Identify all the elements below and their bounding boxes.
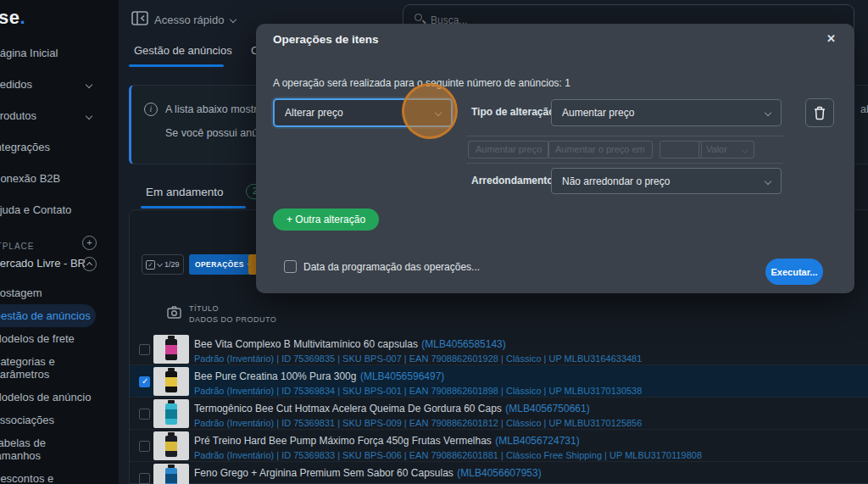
sidebar-item-modelos-frete[interactable]: Modelos de frete xyxy=(0,327,92,350)
chevron-down-icon xyxy=(765,109,771,116)
account-label: Mercado Livre - BR xyxy=(0,257,119,270)
schedule-checkbox-label: Data da programação das operações... xyxy=(303,261,480,273)
selection-count: 1/29 xyxy=(164,260,180,269)
logo-dot: . xyxy=(19,7,25,28)
rounding-label: Arredondamento: xyxy=(471,175,557,186)
sidebar-item-label: Modelos de anúncio xyxy=(0,391,91,403)
product-rows: Bee Vita Complexo B Multivitamínico 60 c… xyxy=(130,333,868,484)
app-logo[interactable]: se. xyxy=(0,7,25,29)
bottle-image xyxy=(165,468,177,484)
product-mlb-link[interactable]: (MLB4056724731) xyxy=(495,435,579,447)
sidebar-item-associacoes[interactable]: Associações xyxy=(0,409,92,431)
sidebar-item-tabelas-tamanhos[interactable]: Tabelas de tamanhos xyxy=(0,431,92,467)
sidebar-account-mercado-livre[interactable]: Mercado Livre - BR xyxy=(0,257,119,275)
sidebar-item-conexao-b2b[interactable]: Conexão B2B xyxy=(0,163,119,194)
chevron-up-icon xyxy=(86,262,92,268)
sidebar-item-label: Conexão B2B xyxy=(0,172,60,185)
sidebar-item-label: Associações xyxy=(0,414,54,426)
execute-button[interactable]: Executar... xyxy=(765,259,823,285)
sidebar-item-modelos-anuncio[interactable]: Modelos de anúncio xyxy=(0,386,92,409)
camera-icon xyxy=(167,306,181,322)
close-icon[interactable]: ✕ xyxy=(826,32,836,45)
sidebar-item-integracoes[interactable]: Integrações xyxy=(0,131,119,163)
bottle-image xyxy=(165,436,177,457)
row-checkbox[interactable] xyxy=(139,441,150,452)
sidebar-item-produtos[interactable]: Produtos xyxy=(0,100,119,131)
chevron-down-icon xyxy=(230,16,236,23)
sidebar-item-label: Produtos xyxy=(0,109,36,122)
chevron-down-icon xyxy=(435,109,442,116)
table-row[interactable]: Pré Treino Hard Bee Pump Máximo Força 45… xyxy=(130,430,868,462)
product-title: Termogênico Bee Cut Hotmax Acelera Queim… xyxy=(194,403,502,414)
sidebar-item-label: Postagem xyxy=(0,287,42,299)
collapse-panel-icon[interactable] xyxy=(131,11,148,29)
sidebar-item-categorias-parametros[interactable]: Categorias e Parâmetros xyxy=(0,350,92,386)
sidebar-item-label: Modelos de frete xyxy=(0,332,75,345)
add-marketplace-icon[interactable]: + xyxy=(82,236,97,250)
section-label: MARKETPLACE xyxy=(0,242,34,251)
tab-label: Em andamento xyxy=(146,186,224,198)
type-select[interactable]: Aumentar preço xyxy=(551,99,782,126)
marketplace-section: MARKETPLACE + xyxy=(0,237,119,253)
collapse-account-icon[interactable] xyxy=(82,257,97,271)
rounding-select[interactable]: Não arredondar o preço xyxy=(551,168,782,194)
row-text: Bee Pure Creatina 100% Pura 300g (MLB405… xyxy=(194,368,868,396)
table-row[interactable]: Bee Pure Creatina 100% Pura 300g (MLB405… xyxy=(130,365,868,398)
product-thumbnail xyxy=(153,335,189,364)
logo-text: se xyxy=(0,7,19,28)
app-window: se. Página Inicial Pedidos Produtos Inte… xyxy=(0,0,868,484)
table-row[interactable]: Bee Vita Complexo B Multivitamínico 60 c… xyxy=(130,333,868,365)
select-all-checkbox[interactable]: ✓ xyxy=(146,260,155,270)
chevron-down-icon xyxy=(765,178,771,185)
add-change-button[interactable]: + Outra alteração xyxy=(273,209,379,231)
tab-em-andamento[interactable]: Em andamento 29 xyxy=(146,186,224,198)
row-text: Feno Grego + Arginina Premium Sem Sabor … xyxy=(194,465,868,484)
modal-intro-text: A operação será realizada para o seguint… xyxy=(273,77,570,89)
product-mlb-link[interactable]: (MLB4056596497) xyxy=(360,370,444,382)
row-text: Bee Vita Complexo B Multivitamínico 60 c… xyxy=(194,336,868,364)
product-meta: Padrão (Inventário) | ID 75369831 | SKU … xyxy=(194,418,868,428)
sidebar-item-postagem[interactable]: Postagem xyxy=(0,281,92,304)
active-list-tab-underline xyxy=(141,206,246,209)
tab-gestao-de-anuncios[interactable]: Gestão de anúncios xyxy=(134,44,232,57)
product-meta: Padrão (Inventário) | ID 75369833 | SKU … xyxy=(194,450,868,460)
item-operations-modal: Operações de itens ✕ A operação será rea… xyxy=(256,24,854,293)
row-checkbox[interactable] xyxy=(139,344,150,355)
select-all-control[interactable]: ✓ 1/29 xyxy=(142,254,184,275)
sidebar-item-pedidos[interactable]: Pedidos xyxy=(0,69,119,100)
sidebar-item-label: Descontos e Promoções xyxy=(0,472,53,484)
product-meta: Padrão (Inventário) | ID 75369834 | SKU … xyxy=(194,386,868,396)
sidebar-item-label: Página Inicial xyxy=(0,47,58,59)
product-mlb-link[interactable]: (MLB4056750661) xyxy=(505,403,589,414)
modal-title: Operações de itens xyxy=(273,33,379,46)
row-checkbox[interactable] xyxy=(139,376,150,387)
product-mlb-link[interactable]: (MLB4056607953) xyxy=(457,467,541,479)
row-checkbox[interactable] xyxy=(139,473,150,484)
table-row[interactable]: Termogênico Bee Cut Hotmax Acelera Queim… xyxy=(130,398,868,430)
operation-select[interactable]: Alterar preço xyxy=(273,98,453,127)
quick-access-label: Acesso rápido xyxy=(154,14,224,26)
disabled-field: Aumentar o preço em xyxy=(548,141,653,159)
column-subtitle: DADOS DO PRODUTO xyxy=(189,314,276,325)
product-meta: Padrão (Inventário) | ID 75369835 | SKU … xyxy=(194,353,868,364)
divider xyxy=(466,136,783,136)
table-row[interactable]: Feno Grego + Arginina Premium Sem Sabor … xyxy=(130,462,868,484)
sidebar-item-gestao-anuncios[interactable]: Gestão de anúncios xyxy=(0,304,96,327)
sidebar: se. Página Inicial Pedidos Produtos Inte… xyxy=(0,0,119,484)
delete-operation-button[interactable] xyxy=(805,98,834,127)
sidebar-item-descontos-promocoes[interactable]: Descontos e Promoções xyxy=(0,467,92,484)
product-title: Pré Treino Hard Bee Pump Máximo Força 45… xyxy=(194,435,492,447)
sidebar-item-ajuda-contato[interactable]: Ajuda e Contato xyxy=(0,194,119,225)
row-checkbox[interactable] xyxy=(139,409,150,420)
row-text: Pré Treino Hard Bee Pump Máximo Força 45… xyxy=(194,432,868,460)
info-icon: i xyxy=(144,103,158,116)
quick-access-menu[interactable]: Acesso rápido xyxy=(154,14,236,26)
bottle-image xyxy=(165,403,177,425)
product-thumbnail xyxy=(153,431,189,460)
disabled-input xyxy=(659,141,702,159)
row-text: Termogênico Bee Cut Hotmax Acelera Queim… xyxy=(194,400,868,428)
product-title: Bee Vita Complexo B Multivitamínico 60 c… xyxy=(194,338,418,350)
schedule-checkbox[interactable] xyxy=(284,260,297,273)
sidebar-item-pagina-inicial[interactable]: Página Inicial xyxy=(0,37,119,69)
product-mlb-link[interactable]: (MLB4056585143) xyxy=(421,338,505,350)
